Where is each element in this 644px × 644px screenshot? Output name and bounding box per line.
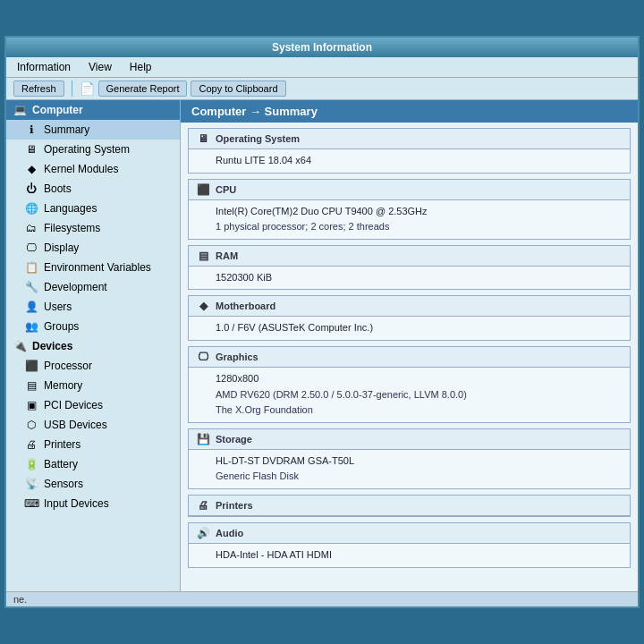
section-line-motherboard-0: 1.0 / F6V (ASUSTeK Computer Inc.) [216, 320, 623, 336]
display-icon: 🖵 [24, 241, 38, 255]
refresh-button[interactable]: Refresh [13, 80, 64, 97]
battery-icon: 🔋 [24, 457, 38, 471]
audio-section-icon: 🔊 [196, 526, 210, 540]
section-content-audio: HDA-Intel - HDA ATI HDMI [189, 544, 630, 567]
sidebar-item-environment-variables[interactable]: 📋Environment Variables [6, 258, 180, 277]
sidebar-label-filesystems: Filesystems [44, 222, 100, 234]
section-heading-os: Operating System [216, 133, 300, 144]
sidebar-item-display[interactable]: 🖵Display [6, 238, 180, 258]
sidebar-label-environment-variables: Environment Variables [44, 261, 151, 274]
sidebar-label-sensors: Sensors [44, 478, 83, 490]
sidebar-label-processor: Processor [44, 360, 92, 372]
environment-variables-icon: 📋 [24, 260, 38, 275]
sensors-icon: 📡 [24, 477, 38, 491]
title-bar: System Information [6, 38, 638, 57]
cpu-section-icon: ⬛ [196, 182, 210, 197]
section-cpu: ⬛CPUIntel(R) Core(TM)2 Duo CPU T9400 @ 2… [188, 179, 631, 240]
menu-view[interactable]: View [85, 60, 115, 74]
printers-icon: 🖨 [24, 437, 38, 452]
sidebar-category-computer: 💻 Computer [6, 100, 180, 120]
section-line-storage-1: Generic Flash Disk [216, 469, 623, 485]
section-line-cpu-1: 1 physical processor; 2 cores; 2 threads [216, 219, 623, 235]
section-line-graphics-2: The X.Org Foundation [216, 402, 623, 419]
sidebar-item-usb-devices[interactable]: ⬡USB Devices [6, 415, 180, 435]
section-title-motherboard: ◆Motherboard [189, 296, 630, 317]
section-title-printers: 🖨Printers [189, 496, 630, 516]
sidebar-label-kernel-modules: Kernel Modules [44, 163, 118, 175]
sidebar-item-memory[interactable]: ▤Memory [6, 376, 180, 395]
sidebar-item-groups[interactable]: 👥Groups [6, 317, 180, 336]
sidebar-item-users[interactable]: 👤Users [6, 297, 180, 317]
section-content-storage: HL-DT-ST DVDRAM GSA-T50LGeneric Flash Di… [189, 450, 630, 488]
section-heading-cpu: CPU [216, 184, 236, 195]
main-window: System Information Information View Help… [4, 36, 640, 608]
sidebar-item-processor[interactable]: ⬛Processor [6, 356, 180, 376]
section-line-graphics-0: 1280x800 [216, 371, 623, 387]
menu-information[interactable]: Information [13, 60, 74, 74]
status-text: ne. [13, 594, 27, 605]
languages-icon: 🌐 [24, 201, 38, 216]
devices-icon: 🔌 [13, 340, 27, 352]
content-sections: 🖥Operating SystemRuntu LITE 18.04 x64⬛CP… [181, 128, 638, 568]
sidebar-label-battery: Battery [44, 458, 78, 470]
toolbar-separator [72, 80, 72, 97]
content-area: Computer → Summary 🖥Operating SystemRunt… [181, 100, 638, 591]
sidebar-item-boots[interactable]: ⏻Boots [6, 179, 180, 199]
sidebar-item-pci-devices[interactable]: ▣PCI Devices [6, 395, 180, 415]
section-heading-graphics: Graphics [216, 352, 258, 362]
window-title: System Information [272, 41, 372, 54]
section-os: 🖥Operating SystemRuntu LITE 18.04 x64 [188, 128, 631, 174]
section-line-cpu-0: Intel(R) Core(TM)2 Duo CPU T9400 @ 2.53G… [216, 204, 623, 220]
operating-system-icon: 🖥 [24, 142, 38, 157]
section-title-cpu: ⬛CPU [189, 180, 630, 200]
sidebar-item-input-devices[interactable]: ⌨Input Devices [6, 494, 180, 513]
sidebar-item-operating-system[interactable]: 🖥Operating System [6, 140, 180, 159]
sidebar-label-operating-system: Operating System [44, 143, 130, 156]
section-motherboard: ◆Motherboard1.0 / F6V (ASUSTeK Computer … [188, 295, 631, 341]
sidebar-label-pci-devices: PCI Devices [44, 399, 103, 411]
section-content-ram: 1520300 KiB [189, 267, 630, 290]
sidebar-item-battery[interactable]: 🔋Battery [6, 454, 180, 474]
status-bar: ne. [6, 591, 638, 606]
section-audio: 🔊AudioHDA-Intel - HDA ATI HDMI [188, 522, 631, 568]
section-heading-ram: RAM [216, 250, 238, 261]
copy-clipboard-button[interactable]: Copy to Clipboard [191, 80, 285, 97]
section-heading-motherboard: Motherboard [216, 301, 275, 311]
sidebar-label-display: Display [44, 242, 79, 254]
sidebar-item-languages[interactable]: 🌐Languages [6, 199, 180, 218]
menu-bar: Information View Help [6, 57, 638, 78]
section-heading-printers: Printers [216, 500, 253, 511]
sidebar-label-languages: Languages [44, 202, 97, 215]
input-devices-icon: ⌨ [24, 496, 38, 511]
os-section-icon: 🖥 [196, 131, 210, 146]
sidebar-label-memory: Memory [44, 379, 82, 392]
menu-help[interactable]: Help [126, 60, 156, 74]
section-graphics: 🖵Graphics1280x800AMD RV620 (DRM 2.50.0 /… [188, 346, 631, 423]
section-title-storage: 💾Storage [189, 429, 630, 450]
users-icon: 👤 [24, 300, 38, 314]
filesystems-icon: 🗂 [24, 221, 38, 235]
section-content-os: Runtu LITE 18.04 x64 [189, 149, 630, 173]
sidebar-category-devices: 🔌 Devices [6, 336, 180, 356]
section-heading-audio: Audio [216, 528, 243, 538]
printers-section-icon: 🖨 [196, 498, 210, 513]
pci-devices-icon: ▣ [24, 398, 38, 412]
sidebar-item-development[interactable]: 🔧Development [6, 277, 180, 297]
sidebar-label-development: Development [44, 281, 107, 293]
section-ram: ▤RAM1520300 KiB [188, 245, 631, 291]
graphics-section-icon: 🖵 [196, 350, 210, 364]
computer-icon: 💻 [13, 104, 27, 116]
section-content-graphics: 1280x800AMD RV620 (DRM 2.50.0 / 5.0.0-37… [189, 368, 630, 422]
sidebar-item-filesystems[interactable]: 🗂Filesystems [6, 218, 180, 238]
sidebar-item-summary[interactable]: ℹSummary [6, 120, 180, 140]
generate-report-button[interactable]: Generate Report [98, 80, 188, 97]
sidebar-item-sensors[interactable]: 📡Sensors [6, 474, 180, 494]
section-content-motherboard: 1.0 / F6V (ASUSTeK Computer Inc.) [189, 317, 630, 340]
section-line-ram-0: 1520300 KiB [216, 270, 623, 286]
sidebar-item-printers[interactable]: 🖨Printers [6, 435, 180, 454]
sidebar-item-kernel-modules[interactable]: ◆Kernel Modules [6, 159, 180, 179]
toolbar: Refresh 📄 Generate Report Copy to Clipbo… [6, 78, 638, 100]
content-breadcrumb: Computer → Summary [181, 100, 638, 123]
groups-icon: 👥 [24, 319, 38, 334]
summary-icon: ℹ [24, 123, 38, 137]
